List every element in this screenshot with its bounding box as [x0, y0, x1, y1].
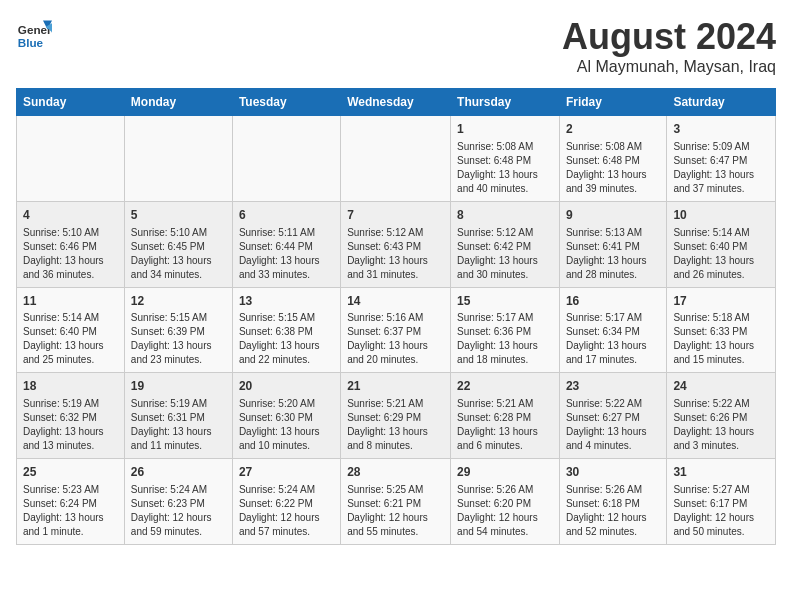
weekday-header: Saturday [667, 89, 776, 116]
day-info: Sunrise: 5:21 AM Sunset: 6:29 PM Dayligh… [347, 397, 444, 453]
calendar-week-row: 11Sunrise: 5:14 AM Sunset: 6:40 PM Dayli… [17, 287, 776, 373]
calendar-cell: 10Sunrise: 5:14 AM Sunset: 6:40 PM Dayli… [667, 201, 776, 287]
day-info: Sunrise: 5:18 AM Sunset: 6:33 PM Dayligh… [673, 311, 769, 367]
day-info: Sunrise: 5:21 AM Sunset: 6:28 PM Dayligh… [457, 397, 553, 453]
calendar-cell [232, 116, 340, 202]
calendar-cell: 11Sunrise: 5:14 AM Sunset: 6:40 PM Dayli… [17, 287, 125, 373]
calendar-cell: 3Sunrise: 5:09 AM Sunset: 6:47 PM Daylig… [667, 116, 776, 202]
day-info: Sunrise: 5:10 AM Sunset: 6:45 PM Dayligh… [131, 226, 226, 282]
calendar-cell: 19Sunrise: 5:19 AM Sunset: 6:31 PM Dayli… [124, 373, 232, 459]
day-number: 4 [23, 207, 118, 224]
calendar-cell: 4Sunrise: 5:10 AM Sunset: 6:46 PM Daylig… [17, 201, 125, 287]
calendar-cell: 8Sunrise: 5:12 AM Sunset: 6:42 PM Daylig… [451, 201, 560, 287]
page-header: General Blue August 2024 Al Maymunah, Ma… [16, 16, 776, 76]
calendar-cell: 28Sunrise: 5:25 AM Sunset: 6:21 PM Dayli… [341, 459, 451, 545]
day-number: 11 [23, 293, 118, 310]
calendar-cell: 26Sunrise: 5:24 AM Sunset: 6:23 PM Dayli… [124, 459, 232, 545]
month-year-title: August 2024 [562, 16, 776, 58]
day-number: 21 [347, 378, 444, 395]
day-info: Sunrise: 5:09 AM Sunset: 6:47 PM Dayligh… [673, 140, 769, 196]
calendar-cell: 17Sunrise: 5:18 AM Sunset: 6:33 PM Dayli… [667, 287, 776, 373]
day-number: 27 [239, 464, 334, 481]
day-number: 15 [457, 293, 553, 310]
day-info: Sunrise: 5:27 AM Sunset: 6:17 PM Dayligh… [673, 483, 769, 539]
calendar-cell: 7Sunrise: 5:12 AM Sunset: 6:43 PM Daylig… [341, 201, 451, 287]
day-info: Sunrise: 5:08 AM Sunset: 6:48 PM Dayligh… [457, 140, 553, 196]
calendar-cell: 6Sunrise: 5:11 AM Sunset: 6:44 PM Daylig… [232, 201, 340, 287]
day-number: 12 [131, 293, 226, 310]
calendar-cell [17, 116, 125, 202]
day-info: Sunrise: 5:10 AM Sunset: 6:46 PM Dayligh… [23, 226, 118, 282]
day-info: Sunrise: 5:19 AM Sunset: 6:32 PM Dayligh… [23, 397, 118, 453]
day-info: Sunrise: 5:14 AM Sunset: 6:40 PM Dayligh… [673, 226, 769, 282]
day-info: Sunrise: 5:17 AM Sunset: 6:34 PM Dayligh… [566, 311, 660, 367]
calendar-table: SundayMondayTuesdayWednesdayThursdayFrid… [16, 88, 776, 545]
weekday-header: Friday [559, 89, 666, 116]
calendar-cell: 13Sunrise: 5:15 AM Sunset: 6:38 PM Dayli… [232, 287, 340, 373]
calendar-cell: 18Sunrise: 5:19 AM Sunset: 6:32 PM Dayli… [17, 373, 125, 459]
calendar-cell [341, 116, 451, 202]
calendar-cell: 2Sunrise: 5:08 AM Sunset: 6:48 PM Daylig… [559, 116, 666, 202]
day-number: 16 [566, 293, 660, 310]
day-info: Sunrise: 5:08 AM Sunset: 6:48 PM Dayligh… [566, 140, 660, 196]
day-info: Sunrise: 5:11 AM Sunset: 6:44 PM Dayligh… [239, 226, 334, 282]
calendar-cell: 30Sunrise: 5:26 AM Sunset: 6:18 PM Dayli… [559, 459, 666, 545]
calendar-cell: 14Sunrise: 5:16 AM Sunset: 6:37 PM Dayli… [341, 287, 451, 373]
day-info: Sunrise: 5:20 AM Sunset: 6:30 PM Dayligh… [239, 397, 334, 453]
day-number: 14 [347, 293, 444, 310]
day-info: Sunrise: 5:24 AM Sunset: 6:22 PM Dayligh… [239, 483, 334, 539]
svg-text:Blue: Blue [18, 36, 44, 49]
day-number: 1 [457, 121, 553, 138]
day-number: 13 [239, 293, 334, 310]
calendar-cell: 20Sunrise: 5:20 AM Sunset: 6:30 PM Dayli… [232, 373, 340, 459]
calendar-cell: 31Sunrise: 5:27 AM Sunset: 6:17 PM Dayli… [667, 459, 776, 545]
day-info: Sunrise: 5:12 AM Sunset: 6:42 PM Dayligh… [457, 226, 553, 282]
day-number: 30 [566, 464, 660, 481]
calendar-cell: 12Sunrise: 5:15 AM Sunset: 6:39 PM Dayli… [124, 287, 232, 373]
weekday-header: Wednesday [341, 89, 451, 116]
day-info: Sunrise: 5:15 AM Sunset: 6:38 PM Dayligh… [239, 311, 334, 367]
day-info: Sunrise: 5:22 AM Sunset: 6:27 PM Dayligh… [566, 397, 660, 453]
day-info: Sunrise: 5:17 AM Sunset: 6:36 PM Dayligh… [457, 311, 553, 367]
day-number: 6 [239, 207, 334, 224]
day-number: 24 [673, 378, 769, 395]
day-number: 2 [566, 121, 660, 138]
calendar-cell: 23Sunrise: 5:22 AM Sunset: 6:27 PM Dayli… [559, 373, 666, 459]
calendar-week-row: 1Sunrise: 5:08 AM Sunset: 6:48 PM Daylig… [17, 116, 776, 202]
weekday-header-row: SundayMondayTuesdayWednesdayThursdayFrid… [17, 89, 776, 116]
calendar-cell: 25Sunrise: 5:23 AM Sunset: 6:24 PM Dayli… [17, 459, 125, 545]
day-number: 8 [457, 207, 553, 224]
day-number: 22 [457, 378, 553, 395]
weekday-header: Sunday [17, 89, 125, 116]
day-info: Sunrise: 5:15 AM Sunset: 6:39 PM Dayligh… [131, 311, 226, 367]
day-info: Sunrise: 5:22 AM Sunset: 6:26 PM Dayligh… [673, 397, 769, 453]
day-number: 10 [673, 207, 769, 224]
day-number: 3 [673, 121, 769, 138]
day-number: 17 [673, 293, 769, 310]
calendar-cell: 21Sunrise: 5:21 AM Sunset: 6:29 PM Dayli… [341, 373, 451, 459]
day-info: Sunrise: 5:13 AM Sunset: 6:41 PM Dayligh… [566, 226, 660, 282]
calendar-week-row: 18Sunrise: 5:19 AM Sunset: 6:32 PM Dayli… [17, 373, 776, 459]
calendar-cell: 29Sunrise: 5:26 AM Sunset: 6:20 PM Dayli… [451, 459, 560, 545]
day-info: Sunrise: 5:26 AM Sunset: 6:20 PM Dayligh… [457, 483, 553, 539]
weekday-header: Tuesday [232, 89, 340, 116]
logo-icon: General Blue [16, 16, 52, 52]
calendar-cell: 15Sunrise: 5:17 AM Sunset: 6:36 PM Dayli… [451, 287, 560, 373]
calendar-cell: 1Sunrise: 5:08 AM Sunset: 6:48 PM Daylig… [451, 116, 560, 202]
day-info: Sunrise: 5:16 AM Sunset: 6:37 PM Dayligh… [347, 311, 444, 367]
day-number: 5 [131, 207, 226, 224]
calendar-cell: 5Sunrise: 5:10 AM Sunset: 6:45 PM Daylig… [124, 201, 232, 287]
day-number: 25 [23, 464, 118, 481]
day-info: Sunrise: 5:25 AM Sunset: 6:21 PM Dayligh… [347, 483, 444, 539]
calendar-cell: 9Sunrise: 5:13 AM Sunset: 6:41 PM Daylig… [559, 201, 666, 287]
day-info: Sunrise: 5:26 AM Sunset: 6:18 PM Dayligh… [566, 483, 660, 539]
day-number: 19 [131, 378, 226, 395]
day-number: 9 [566, 207, 660, 224]
logo: General Blue [16, 16, 52, 52]
day-info: Sunrise: 5:14 AM Sunset: 6:40 PM Dayligh… [23, 311, 118, 367]
day-number: 28 [347, 464, 444, 481]
location-subtitle: Al Maymunah, Maysan, Iraq [562, 58, 776, 76]
day-info: Sunrise: 5:23 AM Sunset: 6:24 PM Dayligh… [23, 483, 118, 539]
day-number: 7 [347, 207, 444, 224]
day-number: 26 [131, 464, 226, 481]
